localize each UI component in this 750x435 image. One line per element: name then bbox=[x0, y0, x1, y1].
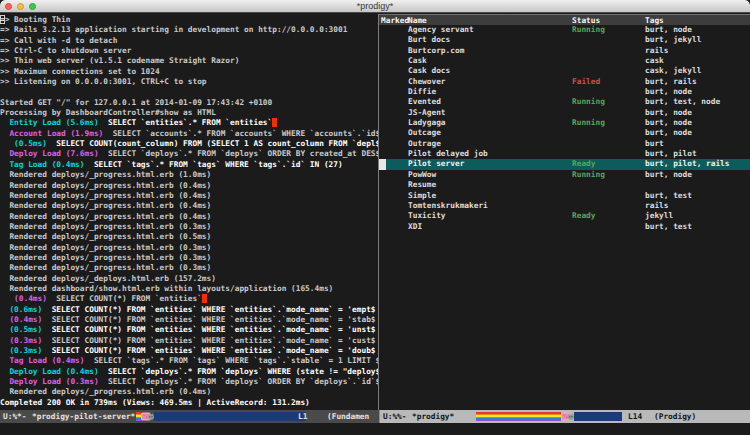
service-row[interactable]: Pilot delayed jobburt, pilot bbox=[379, 149, 750, 159]
log-line: => Call with -d to detach bbox=[0, 36, 378, 46]
log-line: => Ctrl-C to shutdown server bbox=[0, 46, 378, 56]
service-tags: cask, jekyll bbox=[645, 66, 701, 76]
status-badge: Ready bbox=[572, 159, 595, 169]
service-tags: burt, node bbox=[645, 87, 692, 97]
modeline-right: U:%%- *prodigy* L14 (Prodigy) bbox=[379, 410, 750, 423]
service-row[interactable]: Outrageburt bbox=[379, 139, 750, 149]
window-title: *prodigy* bbox=[0, 1, 750, 11]
service-tags: burt, node bbox=[645, 128, 692, 138]
service-tags: burt, node bbox=[645, 118, 692, 128]
service-row[interactable]: Diffieburt, node bbox=[379, 87, 750, 97]
service-table-body: Agency servantRunningburt, nodeBurt docs… bbox=[379, 25, 750, 232]
service-row[interactable]: Burtcorp.comrails bbox=[379, 46, 750, 56]
log-line: >> Maximum connections set to 1024 bbox=[0, 67, 378, 77]
titlebar[interactable]: *prodigy* bbox=[0, 0, 750, 13]
nyan-cat-icon bbox=[141, 411, 154, 422]
service-row[interactable]: Pilot serverReadyburt, pilot, rails bbox=[379, 159, 750, 169]
service-name: Simple bbox=[408, 191, 436, 201]
log-line: Completed 200 OK in 739ms (Views: 469.5m… bbox=[0, 398, 378, 408]
log-line: Rendered deploys/_progress.html.erb (0.3… bbox=[0, 243, 378, 253]
service-name: PowWow bbox=[408, 170, 436, 180]
log-line: Account Load (1.9ms) SELECT `accounts`.*… bbox=[0, 129, 378, 139]
service-tags: burt, node bbox=[645, 108, 692, 118]
log-line: Rendered deploys/_progress.html.erb (0.3… bbox=[0, 263, 378, 273]
service-row[interactable]: JS-Agentburt, node bbox=[379, 108, 750, 118]
status-badge: Running bbox=[572, 97, 605, 107]
nyan-progress-bar bbox=[476, 412, 622, 421]
modeline-left: U:%*- *prodigy-pilot-server* L1 ( bbox=[0, 410, 379, 423]
service-tags: rails bbox=[645, 201, 668, 211]
log-line: Deploy Load (7.6ms) SELECT `deploys`.* F… bbox=[0, 149, 378, 159]
buffer-name: *prodigy* bbox=[412, 410, 454, 423]
ansi-red-block bbox=[202, 294, 207, 303]
log-line: Tag Load (0.4ms) SELECT `tags`.* FROM `t… bbox=[0, 356, 378, 366]
service-name: Burtcorp.com bbox=[408, 46, 464, 56]
log-line: Rendered deploys/_progress.html.erb (0.4… bbox=[0, 387, 378, 397]
log-line: Started GET "/" for 127.0.0.1 at 2014-01… bbox=[0, 98, 378, 108]
log-line: Tag Load (0.4ms) SELECT `tags`.* FROM `t… bbox=[0, 160, 378, 170]
service-row[interactable]: Resume bbox=[379, 180, 750, 190]
service-name: Agency servant bbox=[408, 25, 474, 35]
line-indicator: L14 bbox=[628, 410, 642, 423]
log-line: => Booting Thin bbox=[0, 15, 378, 25]
service-name: Evented bbox=[408, 97, 441, 107]
service-tags: burt, pilot bbox=[645, 149, 697, 159]
service-row[interactable]: Burt docsburt, jekyll bbox=[379, 35, 750, 45]
service-name: Pilot delayed job bbox=[408, 149, 488, 159]
log-line: (0.4ms) SELECT COUNT(*) FROM `entities` bbox=[0, 294, 378, 304]
service-row[interactable]: Outcageburt, node bbox=[379, 128, 750, 138]
status-badge: Running bbox=[572, 118, 605, 128]
service-name: Resume bbox=[408, 180, 436, 190]
service-row[interactable]: XDIburt, test bbox=[379, 222, 750, 232]
major-mode: (Fundamen bbox=[327, 410, 369, 423]
log-line: Rendered deploys/_progress.html.erb (0.5… bbox=[0, 232, 378, 242]
log-line: >> Thin web server (v1.5.1 codename Stra… bbox=[0, 56, 378, 66]
service-tags: jekyll bbox=[645, 211, 673, 221]
service-row[interactable]: EventedRunningburt, test, node bbox=[379, 97, 750, 107]
log-line: => Rails 3.2.13 application starting in … bbox=[0, 25, 378, 35]
service-row[interactable]: Caskcask bbox=[379, 56, 750, 66]
log-line: Rendered deploys/_progress.html.erb (0.4… bbox=[0, 181, 378, 191]
service-name: Tomtenskrukmakeri bbox=[408, 201, 488, 211]
service-tags: burt, test, node bbox=[645, 97, 720, 107]
prodigy-buffer[interactable]: Marked Name Status Tags Agency servantRu… bbox=[379, 14, 750, 410]
log-line: Rendered deploys/_progress.html.erb (1.0… bbox=[0, 170, 378, 180]
log-line: Rendered deploys/_progress.html.erb (0.3… bbox=[0, 253, 378, 263]
log-line: >> Listening on 0.0.0.0:3001, CTRL+C to … bbox=[0, 77, 378, 87]
service-name: XDI bbox=[408, 222, 422, 232]
service-row[interactable]: LadygagaRunningburt, node bbox=[379, 118, 750, 128]
service-tags: burt bbox=[645, 139, 664, 149]
service-name: Burt docs bbox=[408, 35, 450, 45]
nyan-progress-bar bbox=[136, 412, 306, 421]
service-tags: burt, test bbox=[645, 222, 692, 232]
service-row[interactable]: TuxicityReadyjekyll bbox=[379, 211, 750, 221]
modeline-flags: U:%%- bbox=[383, 410, 406, 423]
service-row[interactable]: ChewoverFailedburt, rails bbox=[379, 77, 750, 87]
service-name: Tuxicity bbox=[408, 211, 446, 221]
server-log-buffer[interactable]: => Booting Thin=> Rails 3.2.13 applicati… bbox=[0, 14, 378, 410]
log-line: (0.3ms) SELECT COUNT(*) FROM `entities` … bbox=[0, 336, 378, 346]
service-row[interactable]: Tomtenskrukmakerirails bbox=[379, 201, 750, 211]
service-tags: burt, rails bbox=[645, 77, 697, 87]
service-row[interactable]: Simpleburt, test bbox=[379, 191, 750, 201]
buffer-name: *prodigy-pilot-server* bbox=[32, 410, 135, 423]
nyan-cat-icon bbox=[561, 411, 574, 422]
service-row[interactable]: Cask docscask, jekyll bbox=[379, 66, 750, 76]
service-name: Outcage bbox=[408, 128, 441, 138]
log-line: Rendered deploys/_progress.html.erb (0.4… bbox=[0, 191, 378, 201]
line-indicator: L1 bbox=[298, 410, 307, 423]
log-line: Rendered deploys/_progress.html.erb (0.3… bbox=[0, 222, 378, 232]
minibuffer[interactable] bbox=[0, 423, 750, 435]
service-tags: cask bbox=[645, 56, 664, 66]
service-name: Pilot server bbox=[408, 159, 464, 169]
service-tags: burt, test bbox=[645, 191, 692, 201]
modeline-flags: U:%*- bbox=[3, 410, 26, 423]
service-row[interactable]: PowWowRunningburt, node bbox=[379, 170, 750, 180]
service-row[interactable]: Agency servantRunningburt, node bbox=[379, 25, 750, 35]
log-line: (0.5ms) SELECT COUNT(*) FROM `entities` … bbox=[0, 325, 378, 335]
server-log: => Booting Thin=> Rails 3.2.13 applicati… bbox=[0, 15, 378, 408]
log-line: (0.6ms) SELECT COUNT(*) FROM `entities` … bbox=[0, 305, 378, 315]
log-line: Rendered dashboard/show.html.erb within … bbox=[0, 284, 378, 294]
status-badge: Failed bbox=[572, 77, 600, 87]
status-badge: Running bbox=[572, 170, 605, 180]
